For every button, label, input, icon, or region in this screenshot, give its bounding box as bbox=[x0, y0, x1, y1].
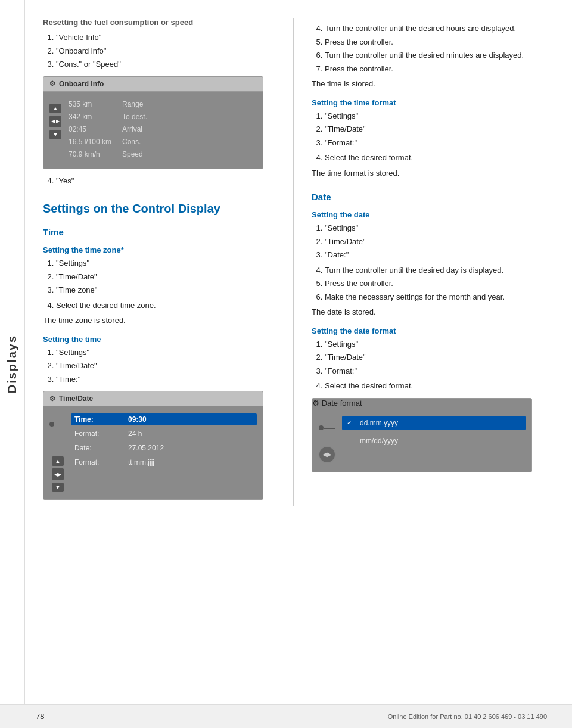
td-label: Format: bbox=[74, 430, 128, 438]
main-content: Resetting the fuel consumption or speed … bbox=[25, 0, 572, 536]
format-option-mmddyyyy[interactable]: mm/dd/yyyy bbox=[342, 434, 526, 448]
mockup-title: Onboard info bbox=[59, 80, 104, 88]
nav-arrows: ▲ ◀ ▶ ▼ bbox=[49, 104, 61, 139]
nav-circle-container: ◀▶ bbox=[318, 442, 336, 463]
dateformat-title: Setting the date format bbox=[312, 326, 554, 335]
setdate-result: The date is stored. bbox=[312, 306, 554, 318]
timezone-result: The time zone is stored. bbox=[43, 315, 275, 326]
timeformat-result: The time format is stored. bbox=[312, 167, 554, 179]
list-item: "Cons." or "Speed" bbox=[56, 58, 275, 70]
timedate-icon: ⚙ bbox=[49, 395, 55, 403]
format-options: ✓ dd.mm.yyyy mm/dd/yyyy bbox=[342, 416, 526, 448]
cell-label: 342 km bbox=[66, 111, 120, 122]
table-row: Format: tt.mm.jjjj bbox=[71, 456, 257, 468]
timedate-table: Time: 09:30 Format: 24 h Date: 27.05.201… bbox=[71, 413, 257, 471]
list-item: "Date:" bbox=[325, 249, 554, 261]
nav-down[interactable]: ▼ bbox=[49, 130, 61, 139]
timedate-mockup: ⚙ Time/Date ▲ ◀▶ ▼ bbox=[43, 391, 263, 500]
dateformat-step4-list: Select the desired format. bbox=[312, 380, 554, 392]
list-item: "Time/Date" bbox=[56, 271, 275, 283]
list-item: "Settings" bbox=[56, 347, 275, 359]
reset-fuel-step4-list: "Yes" bbox=[43, 175, 275, 187]
list-item: "Settings" bbox=[56, 257, 275, 269]
callout-line bbox=[54, 425, 66, 425]
timeformat-title: Setting the time format bbox=[312, 98, 554, 107]
callout-dot bbox=[49, 422, 54, 427]
nav-center[interactable]: ◀ ▶ bbox=[49, 116, 61, 127]
list-item: Press the controller. bbox=[325, 36, 554, 48]
sidebar-label: Displays bbox=[5, 335, 19, 393]
cell-label: 02:45 bbox=[66, 124, 120, 135]
nav-down[interactable]: ▼ bbox=[52, 483, 64, 492]
table-row: 02:45 Arrival bbox=[66, 124, 257, 135]
dateformat-body: ◀▶ ✓ dd.mm.yyyy mm/dd/yyyy bbox=[312, 407, 531, 472]
timezone-title: Setting the time zone* bbox=[43, 245, 275, 254]
settime-cont-steps: Turn the controller until the desired ho… bbox=[312, 23, 554, 74]
table-row: 535 km Range bbox=[66, 99, 257, 110]
timezone-steps: "Settings" "Time/Date" "Time zone" bbox=[43, 257, 275, 296]
setdate-title: Setting the date bbox=[312, 210, 554, 219]
cell-unit: To dest. bbox=[120, 111, 150, 122]
format-option-ddmmyyyy[interactable]: ✓ dd.mm.yyyy bbox=[342, 416, 526, 430]
reset-fuel-section: Resetting the fuel consumption or speed … bbox=[43, 18, 275, 186]
table-row: Format: 24 h bbox=[71, 428, 257, 440]
list-item: "Time/Date" bbox=[325, 123, 554, 135]
format-option-label: mm/dd/yyyy bbox=[360, 437, 398, 445]
list-item: Select the desired format. bbox=[325, 380, 554, 392]
list-item: Turn the controller until the desired da… bbox=[325, 265, 554, 276]
settime-steps: "Settings" "Time/Date" "Time:" bbox=[43, 347, 275, 385]
mockup-icon: ⚙ bbox=[49, 80, 55, 88]
nav-arrows: ▲ ◀▶ ▼ bbox=[52, 456, 64, 492]
timedate-title-bar: ⚙ Time/Date bbox=[43, 391, 263, 406]
list-item: "Time/Date" bbox=[325, 236, 554, 248]
list-item: Turn the controller until the desired ho… bbox=[325, 23, 554, 35]
list-item: "Time zone" bbox=[56, 284, 275, 296]
list-item: "Yes" bbox=[56, 175, 275, 187]
list-item: Turn the controller until the desired mi… bbox=[325, 49, 554, 61]
reset-fuel-title: Resetting the fuel consumption or speed bbox=[43, 18, 275, 27]
settings-control-display-section: Settings on the Control Display Time Set… bbox=[43, 201, 275, 500]
table-row: 342 km To dest. bbox=[66, 111, 257, 122]
callout-container: ◀▶ bbox=[318, 418, 336, 463]
cell-label: 535 km bbox=[66, 99, 120, 110]
time-heading: Time bbox=[43, 227, 275, 237]
cell-unit: Speed bbox=[120, 149, 145, 160]
table-row: Date: 27.05.2012 bbox=[71, 442, 257, 454]
dateformat-icon: ⚙ bbox=[312, 399, 319, 407]
mockup-body: ▲ ◀ ▶ ▼ 535 km Range 342 km To dest. bbox=[43, 92, 263, 169]
timeformat-step4-list: Select the desired format. bbox=[312, 152, 554, 164]
callout-dot bbox=[319, 425, 324, 430]
setdate-cont-steps: Turn the controller until the desired da… bbox=[312, 265, 554, 303]
settime-title: Setting the time bbox=[43, 335, 275, 344]
onboard-info-mockup: ⚙ Onboard info ▲ ◀ ▶ ▼ 535 km Range bbox=[43, 76, 263, 169]
timeformat-steps: "Settings" "Time/Date" "Format:" bbox=[312, 110, 554, 149]
nav-up[interactable]: ▲ bbox=[49, 104, 61, 113]
footer: 78 Online Edition for Part no. 01 40 2 6… bbox=[0, 704, 572, 728]
table-row: 70.9 km/h Speed bbox=[66, 149, 257, 160]
list-item: Press the controller. bbox=[325, 278, 554, 290]
nav-up[interactable]: ▲ bbox=[52, 456, 64, 466]
dateformat-title-bar: ⚙ Date format bbox=[312, 399, 531, 407]
list-item: "Time:" bbox=[56, 374, 275, 385]
left-column: Resetting the fuel consumption or speed … bbox=[43, 18, 275, 506]
nav-circle[interactable]: ◀▶ bbox=[318, 446, 336, 463]
reset-fuel-steps: "Vehicle Info" "Onboard info" "Cons." or… bbox=[43, 32, 275, 70]
table-row: 16.5 l/100 km Cons. bbox=[66, 136, 257, 147]
page-number: 78 bbox=[36, 712, 44, 721]
list-item: Make the necessary settings for the mont… bbox=[325, 291, 554, 303]
timezone-step4-list: Select the desired time zone. bbox=[43, 300, 275, 312]
list-item: Select the desired time zone. bbox=[56, 300, 275, 312]
nav-center[interactable]: ◀▶ bbox=[52, 468, 64, 480]
dateformat-mockup: ⚙ Date format ◀▶ ✓ dd.mm.yyyy bbox=[312, 398, 532, 472]
td-label: Date: bbox=[74, 444, 128, 452]
list-item: "Settings" bbox=[325, 338, 554, 350]
callout-indicators: ▲ ◀▶ ▼ bbox=[49, 416, 66, 492]
list-item: "Time/Date" bbox=[56, 360, 275, 372]
table-row: Time: 09:30 bbox=[71, 413, 257, 425]
settings-title: Settings on the Control Display bbox=[43, 201, 275, 216]
right-column: Turn the controller until the desired ho… bbox=[312, 18, 554, 506]
cell-label: 16.5 l/100 km bbox=[66, 136, 120, 147]
list-item: "Settings" bbox=[325, 110, 554, 122]
td-value: 27.05.2012 bbox=[128, 444, 164, 452]
format-option-label: dd.mm.yyyy bbox=[360, 419, 398, 427]
